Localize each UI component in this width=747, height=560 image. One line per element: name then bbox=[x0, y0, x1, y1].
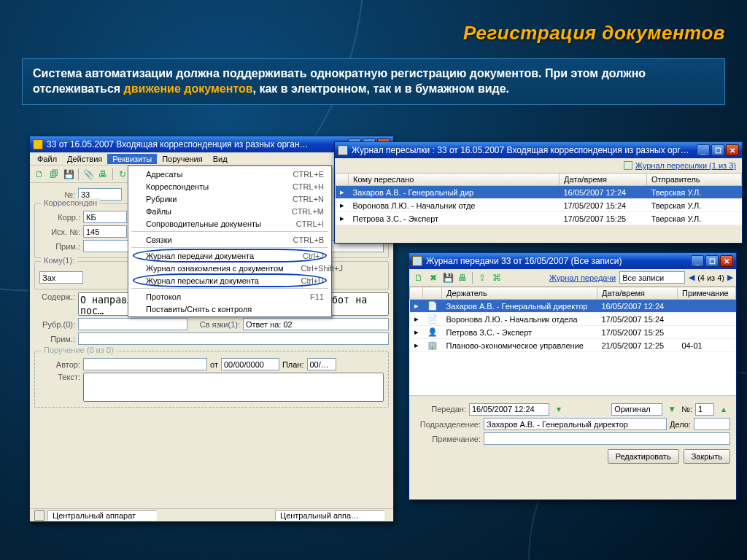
tool-filter-icon[interactable]: ⌘ bbox=[490, 271, 503, 284]
input-prim2[interactable] bbox=[78, 332, 389, 345]
label-korr: Корр.: bbox=[39, 213, 80, 222]
table-row[interactable]: ▸📄Захаров А.В. - Генеральный директор16/… bbox=[410, 300, 736, 313]
tool-export-icon[interactable]: ⇪ bbox=[476, 271, 489, 284]
input-delo[interactable] bbox=[694, 418, 730, 430]
table-row[interactable]: ▸Захаров А.В. - Генеральный дир16/05/200… bbox=[336, 186, 742, 199]
minimize-button[interactable]: _ bbox=[691, 255, 704, 267]
toolbar-transfer: 🗋 ✖ 💾 🖶 ⇪ ⌘ Журнал передачи ◀ (4 из 4) ▶ bbox=[409, 269, 736, 287]
col-dt[interactable]: Дата/время bbox=[560, 174, 647, 186]
input-prim3[interactable] bbox=[484, 432, 730, 445]
tool-attach-icon[interactable]: 📎 bbox=[82, 168, 95, 181]
table-row[interactable]: ▸👤Петрова З.С. - Эксперт17/05/2007 15:25 bbox=[410, 326, 736, 339]
label-delo: Дело: bbox=[670, 420, 691, 429]
tool-copy-icon[interactable]: 🗐 bbox=[47, 168, 61, 181]
input-komu[interactable] bbox=[39, 271, 83, 284]
input-ot-date[interactable] bbox=[221, 358, 279, 370]
menu-item[interactable]: АдресатыCTRL+E bbox=[128, 168, 331, 180]
transfer-grid[interactable]: Держатель Дата/время Примечание ▸📄Захаро… bbox=[409, 287, 736, 352]
input-podrazd[interactable] bbox=[484, 418, 667, 430]
stepper-up-icon[interactable]: ▴ bbox=[717, 402, 730, 416]
nav-prev-icon[interactable]: ◀ bbox=[689, 273, 694, 282]
tool-save-icon[interactable]: 💾 bbox=[441, 271, 454, 284]
group-poruchenie-label: Поручение (0 из 0) bbox=[41, 346, 117, 354]
tool-save-icon[interactable]: 💾 bbox=[62, 168, 75, 181]
menu-item[interactable]: Поставить/Снять с контроля bbox=[128, 303, 331, 315]
label-podrazd: Подразделение: bbox=[415, 420, 481, 429]
tool-new-icon[interactable]: 🗋 bbox=[412, 271, 425, 284]
btn-edit[interactable]: Редактировать bbox=[608, 449, 679, 464]
table-row[interactable]: ▸📄Воронова Л.Ю. - Начальник отдела17/05/… bbox=[410, 313, 736, 326]
transfer-filter-label[interactable]: Журнал передачи bbox=[549, 273, 616, 282]
col-note[interactable]: Примечание bbox=[678, 287, 736, 300]
input-original[interactable] bbox=[611, 403, 662, 416]
label-nn: №: bbox=[681, 405, 692, 413]
label-svyazki[interactable]: Св язки(1): bbox=[190, 320, 240, 329]
menu-item[interactable]: Журнал пересылки документаCtrl+U bbox=[128, 274, 331, 287]
label-ot: от bbox=[210, 360, 218, 369]
title-main: 33 от 16.05.2007 Входящая корреспонденци… bbox=[47, 139, 347, 149]
calendar-icon[interactable]: ▾ bbox=[552, 402, 565, 416]
label-number: №: bbox=[34, 190, 75, 199]
tool-print-icon[interactable]: 🖶 bbox=[456, 271, 469, 284]
window-forward-journal: Журнал пересылки : 33 от 16.05.2007 Вход… bbox=[334, 141, 743, 244]
btn-close[interactable]: Закрыть bbox=[684, 449, 730, 464]
input-tekst[interactable] bbox=[83, 373, 384, 402]
menu-actions[interactable]: Действия bbox=[62, 154, 107, 164]
forward-header-link-row: Журнал пересылки (1 из 3) bbox=[335, 158, 742, 173]
maximize-button[interactable]: ☐ bbox=[711, 144, 724, 156]
tool-del-icon[interactable]: ✖ bbox=[427, 271, 440, 284]
titlebar-transfer[interactable]: Журнал передачи 33 от 16/05/2007 (Все за… bbox=[409, 253, 736, 269]
slide-body-text: Система автоматизации должна поддерживат… bbox=[22, 58, 725, 105]
transfer-filter-value[interactable] bbox=[619, 271, 685, 284]
tool-print-icon[interactable]: 🖶 bbox=[96, 168, 109, 181]
close-button[interactable]: ✕ bbox=[726, 144, 739, 156]
close-button[interactable]: ✕ bbox=[720, 255, 733, 267]
status-right: Центральный аппа… bbox=[275, 510, 384, 521]
col-who[interactable]: Кому переслано bbox=[349, 174, 560, 186]
menu-item[interactable]: Сопроводительные документыCTRL+I bbox=[128, 217, 331, 230]
input-nn[interactable] bbox=[695, 403, 714, 416]
menu-item[interactable]: Журнал передачи документаCtrl+J bbox=[128, 249, 331, 262]
input-isx[interactable] bbox=[83, 225, 127, 238]
maximize-button[interactable]: ☐ bbox=[705, 255, 719, 267]
menu-file[interactable]: Файл bbox=[32, 154, 62, 164]
menu-rekvizity-popup: АдресатыCTRL+EКорреспондентыCTRL+HРубрик… bbox=[128, 166, 332, 317]
col-holder[interactable]: Держатель bbox=[442, 287, 597, 300]
input-rubrik[interactable] bbox=[78, 318, 187, 330]
input-plan-date[interactable] bbox=[307, 358, 336, 370]
menu-item[interactable]: РубрикиCTRL+N bbox=[128, 192, 331, 205]
input-korr[interactable] bbox=[83, 211, 127, 223]
title-forward: Журнал пересылки : 33 от 16.05.2007 Вход… bbox=[352, 145, 695, 155]
table-row[interactable]: ▸Воронова Л.Ю. - Начальник отде17/05/200… bbox=[336, 199, 742, 212]
menu-rekvizity[interactable]: Реквизиты bbox=[107, 154, 157, 164]
menu-vid[interactable]: Вид bbox=[208, 154, 233, 164]
forward-grid[interactable]: Кому переслано Дата/время Отправитель ▸З… bbox=[335, 173, 742, 225]
menu-item[interactable]: СвязкиCTRL+B bbox=[128, 233, 331, 246]
label-isx: Исх. №: bbox=[39, 228, 80, 236]
input-peredan[interactable] bbox=[469, 403, 549, 416]
nav-next-icon[interactable]: ▶ bbox=[727, 273, 733, 282]
menu-porucheniya[interactable]: Поручения bbox=[157, 154, 208, 164]
label-prim3: Примечание: bbox=[415, 435, 481, 443]
app-icon bbox=[33, 139, 43, 149]
titlebar-forward[interactable]: Журнал пересылки : 33 от 16.05.2007 Вход… bbox=[335, 142, 742, 158]
label-prim: Прим.: bbox=[39, 242, 80, 251]
col-dt[interactable]: Дата/время bbox=[597, 287, 678, 300]
col-sender[interactable]: Отправитель bbox=[647, 174, 742, 186]
label-rubrik[interactable]: Рубр.(0): bbox=[34, 320, 75, 329]
input-svyazki[interactable] bbox=[243, 318, 389, 330]
minimize-button[interactable]: _ bbox=[697, 144, 710, 156]
menu-item[interactable]: КорреспондентыCTRL+H bbox=[128, 180, 331, 192]
forward-header-link[interactable]: Журнал пересылки (1 из 3) bbox=[635, 161, 736, 170]
window-transfer-journal: Журнал передачи 33 от 16/05/2007 (Все за… bbox=[409, 252, 737, 500]
menu-item[interactable]: Журнал ознакомления с документомCtrl+Shi… bbox=[128, 262, 331, 274]
menu-item[interactable]: ФайлыCTRL+M bbox=[128, 205, 331, 217]
table-row[interactable]: ▸Петрова З.С. - Эксперт17/05/2007 15:25Т… bbox=[336, 212, 742, 225]
table-row[interactable]: ▸🏢Планово-экономическое управление21/05/… bbox=[410, 339, 736, 352]
tool-new-icon[interactable]: 🗋 bbox=[33, 168, 46, 181]
label-soderj: Содерж.: bbox=[34, 292, 75, 301]
menu-item[interactable]: ПротоколF11 bbox=[128, 290, 331, 303]
input-avtor[interactable] bbox=[83, 358, 207, 370]
transfer-counter: (4 из 4) bbox=[697, 273, 724, 282]
chevron-down-icon[interactable]: ▼ bbox=[665, 402, 678, 416]
